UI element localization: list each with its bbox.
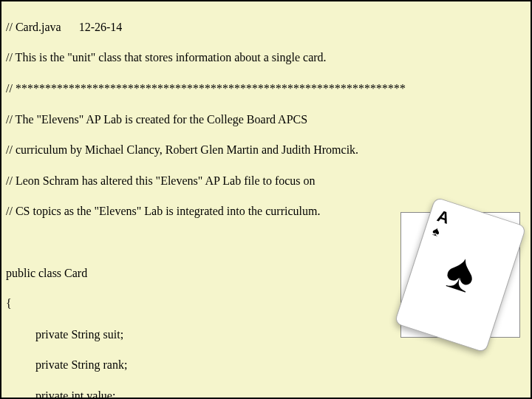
comment-line: // Leon Schram has altered this "Elevens… bbox=[6, 174, 526, 189]
spade-icon: ♠ bbox=[430, 222, 442, 241]
card-face: A ♠ ♠ bbox=[394, 197, 526, 352]
comment-line: // This is the "unit" class that stores … bbox=[6, 50, 526, 66]
comment-line: // *************************************… bbox=[6, 81, 526, 97]
field: private int value; bbox=[6, 389, 526, 399]
spade-icon: ♠ bbox=[440, 242, 483, 301]
field: private String rank; bbox=[6, 358, 526, 373]
comment-line: // curriculum by Michael Clancy, Robert … bbox=[6, 143, 526, 158]
comment-line: // The "Elevens" AP Lab is created for t… bbox=[6, 112, 526, 128]
comment-line: // Card.java 12-26-14 bbox=[6, 20, 526, 35]
playing-card-image: A ♠ ♠ bbox=[400, 212, 520, 338]
